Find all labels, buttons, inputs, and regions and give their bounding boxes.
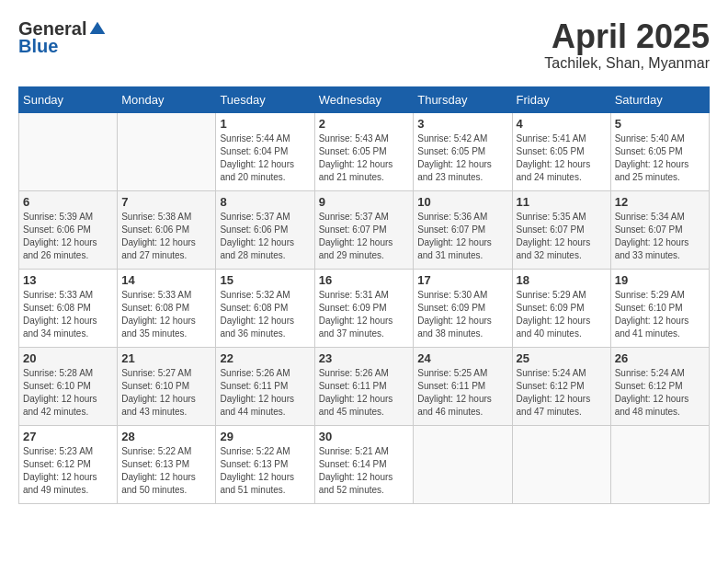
calendar-cell: [610, 425, 709, 503]
day-info: Sunrise: 5:22 AMSunset: 6:13 PMDaylight:…: [121, 445, 211, 497]
calendar-cell: 12Sunrise: 5:34 AMSunset: 6:07 PMDayligh…: [610, 190, 709, 269]
calendar-cell: 11Sunrise: 5:35 AMSunset: 6:07 PMDayligh…: [512, 190, 610, 269]
weekday-header: Tuesday: [216, 86, 314, 112]
day-number: 25: [517, 351, 607, 365]
day-number: 11: [517, 195, 607, 209]
day-info: Sunrise: 5:27 AMSunset: 6:10 PMDaylight:…: [121, 367, 211, 419]
day-info: Sunrise: 5:44 AMSunset: 6:04 PMDaylight:…: [220, 132, 310, 184]
day-number: 30: [319, 430, 410, 443]
day-info: Sunrise: 5:32 AMSunset: 6:08 PMDaylight:…: [220, 289, 310, 340]
weekday-header: Sunday: [19, 86, 118, 112]
logo-icon: [88, 20, 107, 39]
calendar-cell: 1Sunrise: 5:44 AMSunset: 6:04 PMDaylight…: [216, 112, 314, 190]
day-number: 1: [220, 117, 310, 131]
day-info: Sunrise: 5:37 AMSunset: 6:07 PMDaylight:…: [319, 211, 410, 262]
calendar-cell: 19Sunrise: 5:29 AMSunset: 6:10 PMDayligh…: [610, 269, 709, 347]
day-info: Sunrise: 5:43 AMSunset: 6:05 PMDaylight:…: [319, 132, 410, 184]
day-number: 19: [615, 273, 705, 287]
day-number: 12: [615, 195, 705, 209]
calendar-cell: [118, 112, 216, 190]
calendar-cell: 17Sunrise: 5:30 AMSunset: 6:09 PMDayligh…: [414, 269, 512, 347]
calendar-cell: 2Sunrise: 5:43 AMSunset: 6:05 PMDaylight…: [314, 112, 414, 190]
calendar-table: SundayMondayTuesdayWednesdayThursdayFrid…: [18, 86, 710, 504]
day-number: 22: [220, 351, 310, 365]
day-number: 8: [220, 195, 310, 209]
day-number: 17: [417, 273, 507, 287]
calendar-cell: 26Sunrise: 5:24 AMSunset: 6:12 PMDayligh…: [610, 347, 709, 425]
day-info: Sunrise: 5:23 AMSunset: 6:12 PMDaylight:…: [23, 445, 113, 497]
day-info: Sunrise: 5:40 AMSunset: 6:05 PMDaylight:…: [615, 132, 705, 184]
calendar-cell: 13Sunrise: 5:33 AMSunset: 6:08 PMDayligh…: [19, 269, 118, 347]
day-number: 18: [517, 273, 607, 287]
calendar-week-row: 27Sunrise: 5:23 AMSunset: 6:12 PMDayligh…: [19, 425, 710, 503]
calendar-week-row: 6Sunrise: 5:39 AMSunset: 6:06 PMDaylight…: [19, 190, 710, 269]
calendar-week-row: 13Sunrise: 5:33 AMSunset: 6:08 PMDayligh…: [19, 269, 710, 347]
calendar-cell: 24Sunrise: 5:25 AMSunset: 6:11 PMDayligh…: [414, 347, 512, 425]
weekday-header: Thursday: [414, 86, 512, 112]
day-info: Sunrise: 5:34 AMSunset: 6:07 PMDaylight:…: [615, 211, 705, 262]
day-number: 28: [121, 430, 211, 443]
day-number: 5: [615, 117, 705, 131]
day-info: Sunrise: 5:24 AMSunset: 6:12 PMDaylight:…: [517, 367, 607, 419]
weekday-header: Monday: [118, 86, 216, 112]
day-info: Sunrise: 5:38 AMSunset: 6:06 PMDaylight:…: [121, 211, 211, 262]
day-number: 13: [23, 273, 113, 287]
day-info: Sunrise: 5:39 AMSunset: 6:06 PMDaylight:…: [23, 211, 113, 262]
calendar-cell: [19, 112, 118, 190]
weekday-header: Saturday: [610, 86, 709, 112]
day-info: Sunrise: 5:25 AMSunset: 6:11 PMDaylight:…: [417, 367, 507, 419]
day-number: 29: [220, 430, 310, 443]
logo: General Blue: [18, 18, 107, 57]
calendar-cell: [512, 425, 610, 503]
day-number: 23: [319, 351, 410, 365]
day-info: Sunrise: 5:26 AMSunset: 6:11 PMDaylight:…: [220, 367, 310, 419]
calendar-cell: 14Sunrise: 5:33 AMSunset: 6:08 PMDayligh…: [118, 269, 216, 347]
day-number: 26: [615, 351, 705, 365]
calendar-cell: 4Sunrise: 5:41 AMSunset: 6:05 PMDaylight…: [512, 112, 610, 190]
page-header: General Blue April 2025 Tachilek, Shan, …: [18, 18, 710, 72]
day-number: 3: [417, 117, 507, 131]
calendar-cell: 20Sunrise: 5:28 AMSunset: 6:10 PMDayligh…: [19, 347, 118, 425]
logo-blue: Blue: [18, 36, 58, 57]
day-number: 9: [319, 195, 410, 209]
calendar-cell: 10Sunrise: 5:36 AMSunset: 6:07 PMDayligh…: [414, 190, 512, 269]
calendar-cell: 5Sunrise: 5:40 AMSunset: 6:05 PMDaylight…: [610, 112, 709, 190]
day-number: 7: [121, 195, 211, 209]
day-number: 4: [517, 117, 607, 131]
day-number: 27: [23, 430, 113, 443]
day-info: Sunrise: 5:31 AMSunset: 6:09 PMDaylight:…: [319, 289, 410, 340]
day-info: Sunrise: 5:29 AMSunset: 6:09 PMDaylight:…: [517, 289, 607, 340]
day-info: Sunrise: 5:30 AMSunset: 6:09 PMDaylight:…: [417, 289, 507, 340]
day-number: 21: [121, 351, 211, 365]
day-info: Sunrise: 5:35 AMSunset: 6:07 PMDaylight:…: [517, 211, 607, 262]
weekday-header-row: SundayMondayTuesdayWednesdayThursdayFrid…: [19, 86, 710, 112]
calendar-cell: 18Sunrise: 5:29 AMSunset: 6:09 PMDayligh…: [512, 269, 610, 347]
calendar-cell: 30Sunrise: 5:21 AMSunset: 6:14 PMDayligh…: [314, 425, 414, 503]
calendar-cell: 29Sunrise: 5:22 AMSunset: 6:13 PMDayligh…: [216, 425, 314, 503]
day-info: Sunrise: 5:22 AMSunset: 6:13 PMDaylight:…: [220, 445, 310, 497]
day-number: 24: [417, 351, 507, 365]
day-info: Sunrise: 5:29 AMSunset: 6:10 PMDaylight:…: [615, 289, 705, 340]
day-info: Sunrise: 5:37 AMSunset: 6:06 PMDaylight:…: [220, 211, 310, 262]
day-number: 6: [23, 195, 113, 209]
day-info: Sunrise: 5:42 AMSunset: 6:05 PMDaylight:…: [417, 132, 507, 184]
day-number: 10: [417, 195, 507, 209]
calendar-cell: 22Sunrise: 5:26 AMSunset: 6:11 PMDayligh…: [216, 347, 314, 425]
weekday-header: Friday: [512, 86, 610, 112]
calendar-cell: 3Sunrise: 5:42 AMSunset: 6:05 PMDaylight…: [414, 112, 512, 190]
day-number: 15: [220, 273, 310, 287]
day-number: 16: [319, 273, 410, 287]
calendar-cell: 7Sunrise: 5:38 AMSunset: 6:06 PMDaylight…: [118, 190, 216, 269]
day-info: Sunrise: 5:26 AMSunset: 6:11 PMDaylight:…: [319, 367, 410, 419]
day-number: 14: [121, 273, 211, 287]
day-number: 20: [23, 351, 113, 365]
calendar-week-row: 1Sunrise: 5:44 AMSunset: 6:04 PMDaylight…: [19, 112, 710, 190]
calendar-cell: 27Sunrise: 5:23 AMSunset: 6:12 PMDayligh…: [19, 425, 118, 503]
calendar-cell: 6Sunrise: 5:39 AMSunset: 6:06 PMDaylight…: [19, 190, 118, 269]
calendar-cell: 21Sunrise: 5:27 AMSunset: 6:10 PMDayligh…: [118, 347, 216, 425]
month-title: April 2025: [544, 18, 710, 55]
day-info: Sunrise: 5:33 AMSunset: 6:08 PMDaylight:…: [121, 289, 211, 340]
weekday-header: Wednesday: [314, 86, 414, 112]
calendar-cell: 15Sunrise: 5:32 AMSunset: 6:08 PMDayligh…: [216, 269, 314, 347]
svg-marker-0: [90, 21, 106, 33]
